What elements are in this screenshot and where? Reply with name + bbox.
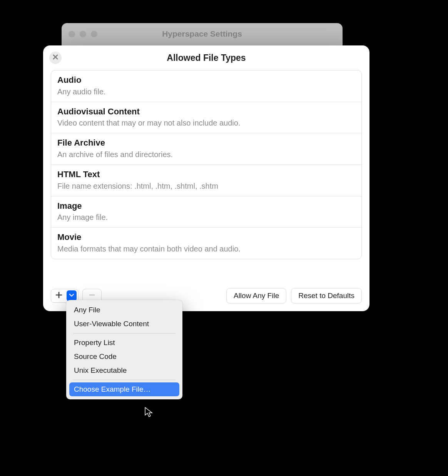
list-row[interactable]: Image Any image file. — [51, 196, 361, 228]
plus-icon — [55, 292, 62, 300]
window-zoom-button[interactable] — [91, 31, 97, 37]
list-row[interactable]: File Archive An archive of files and dir… — [51, 133, 361, 165]
menu-item-property-list[interactable]: Property List — [69, 336, 179, 350]
list-row-title: Movie — [57, 231, 355, 243]
list-row-title: Audiovisual Content — [57, 106, 355, 117]
list-row-desc: Any image file. — [57, 212, 355, 223]
minus-icon — [89, 292, 95, 300]
window-close-button[interactable] — [69, 31, 75, 37]
list-row[interactable]: Movie Media formats that may contain bot… — [51, 228, 361, 259]
list-row-desc: Video content that may or may not also i… — [57, 118, 355, 128]
sheet-title: Allowed File Types — [167, 53, 246, 63]
menu-item-choose-example-file[interactable]: Choose Example File… — [69, 382, 179, 396]
menu-item-user-viewable-content[interactable]: User-Viewable Content — [69, 317, 179, 331]
chevron-down-icon — [69, 292, 74, 299]
allow-any-file-button[interactable]: Allow Any File — [226, 288, 286, 303]
window-minimize-button[interactable] — [80, 31, 86, 37]
menu-item-source-code[interactable]: Source Code — [69, 350, 179, 364]
traffic-lights-group — [69, 31, 97, 37]
list-row[interactable]: HTML Text File name extensions: .html, .… — [51, 165, 361, 196]
parent-window-title: Hyperspace Settings — [62, 29, 343, 39]
list-row-title: Image — [57, 200, 355, 212]
reset-to-defaults-button[interactable]: Reset to Defaults — [291, 288, 362, 303]
list-row-desc: Any audio file. — [57, 87, 355, 97]
menu-item-any-file[interactable]: Any File — [69, 303, 179, 317]
list-row-title: File Archive — [57, 137, 355, 149]
close-icon — [53, 54, 58, 61]
allowed-file-types-sheet: Allowed File Types Audio Any audio file.… — [43, 45, 369, 311]
menu-separator — [73, 333, 176, 334]
parent-titlebar: Hyperspace Settings — [62, 23, 343, 45]
list-row-desc: Media formats that may contain both vide… — [57, 244, 355, 254]
list-row[interactable]: Audiovisual Content Video content that m… — [51, 102, 361, 134]
list-row[interactable]: Audio Any audio file. — [51, 70, 361, 102]
list-row-title: Audio — [57, 74, 355, 86]
menu-separator — [73, 380, 176, 380]
list-row-desc: File name extensions: .html, .htm, .shtm… — [57, 181, 355, 191]
list-row-title: HTML Text — [57, 169, 355, 180]
close-sheet-button[interactable] — [49, 52, 62, 64]
file-types-list[interactable]: Audio Any audio file. Audiovisual Conten… — [51, 70, 362, 259]
mouse-cursor-icon — [144, 407, 155, 419]
add-file-type-menu: Any File User-Viewable Content Property … — [66, 300, 182, 399]
add-menu-button[interactable] — [67, 290, 77, 301]
list-row-desc: An archive of files and directories. — [57, 149, 355, 160]
menu-item-unix-executable[interactable]: Unix Executable — [69, 364, 179, 377]
sheet-header: Allowed File Types — [43, 45, 369, 70]
add-button[interactable] — [51, 289, 67, 302]
